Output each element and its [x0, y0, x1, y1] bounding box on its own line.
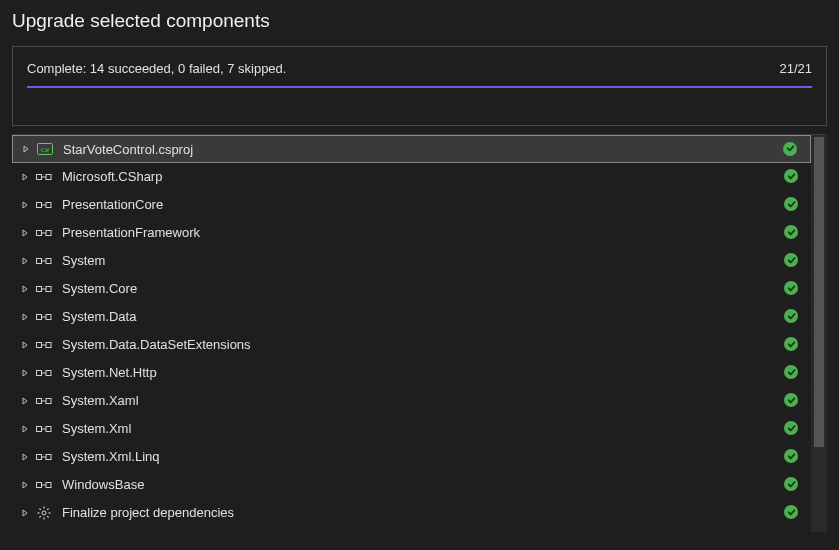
- list-item-label: PresentationCore: [62, 197, 784, 212]
- success-icon: [784, 449, 799, 464]
- list-item[interactable]: PresentationCore: [12, 191, 811, 219]
- svg-line-44: [47, 516, 48, 517]
- expander-icon[interactable]: [20, 228, 30, 238]
- list-item[interactable]: System.Core: [12, 275, 811, 303]
- expander-icon[interactable]: [20, 256, 30, 266]
- expander-icon[interactable]: [20, 368, 30, 378]
- ref-icon: [36, 338, 52, 352]
- svg-rect-34: [46, 454, 51, 459]
- svg-rect-4: [46, 174, 51, 179]
- list-item-label: System.Xaml: [62, 393, 784, 408]
- scrollbar[interactable]: [811, 135, 827, 532]
- success-icon: [784, 421, 799, 436]
- list-item[interactable]: PresentationFramework: [12, 219, 811, 247]
- expander-icon[interactable]: [20, 200, 30, 210]
- list-item-label: System.Core: [62, 281, 784, 296]
- list-item-label: Finalize project dependencies: [62, 505, 784, 520]
- ref-icon: [36, 394, 52, 408]
- scrollbar-thumb[interactable]: [814, 137, 824, 447]
- list-item[interactable]: System.Xml: [12, 415, 811, 443]
- list-item-label: WindowsBase: [62, 477, 784, 492]
- list-item[interactable]: System.Xml.Linq: [12, 443, 811, 471]
- list-item[interactable]: System.Net.Http: [12, 359, 811, 387]
- page-title: Upgrade selected components: [12, 10, 827, 32]
- expander-icon[interactable]: [20, 312, 30, 322]
- svg-rect-14: [37, 286, 42, 291]
- ref-icon: [36, 422, 52, 436]
- svg-rect-25: [46, 370, 51, 375]
- svg-rect-5: [37, 202, 42, 207]
- expander-icon[interactable]: [20, 508, 30, 518]
- ref-icon: [36, 282, 52, 296]
- expander-icon[interactable]: [20, 480, 30, 490]
- success-icon: [784, 337, 799, 352]
- svg-rect-28: [46, 398, 51, 403]
- list-item-label: StarVoteControl.csproj: [63, 142, 783, 157]
- svg-rect-10: [46, 230, 51, 235]
- list-item-label: Microsoft.CSharp: [62, 169, 784, 184]
- svg-text:C#: C#: [41, 146, 50, 154]
- expander-icon[interactable]: [20, 396, 30, 406]
- status-box: Complete: 14 succeeded, 0 failed, 7 skip…: [12, 46, 827, 126]
- status-text: Complete: 14 succeeded, 0 failed, 7 skip…: [27, 61, 286, 76]
- success-icon: [783, 142, 798, 157]
- list-item-label: System: [62, 253, 784, 268]
- expander-icon[interactable]: [20, 424, 30, 434]
- ref-icon: [36, 226, 52, 240]
- svg-rect-8: [37, 230, 42, 235]
- list-item[interactable]: System.Data: [12, 303, 811, 331]
- expander-icon[interactable]: [20, 452, 30, 462]
- ref-icon: [36, 450, 52, 464]
- list-item-label: PresentationFramework: [62, 225, 784, 240]
- svg-rect-7: [46, 202, 51, 207]
- svg-rect-35: [37, 482, 42, 487]
- success-icon: [784, 477, 799, 492]
- svg-rect-32: [37, 454, 42, 459]
- svg-point-38: [42, 511, 46, 515]
- ref-icon: [36, 170, 52, 184]
- svg-rect-2: [37, 174, 42, 179]
- svg-rect-26: [37, 398, 42, 403]
- success-icon: [784, 393, 799, 408]
- svg-rect-19: [46, 314, 51, 319]
- list-item[interactable]: C#StarVoteControl.csproj: [12, 135, 811, 163]
- expander-icon[interactable]: [20, 284, 30, 294]
- progress-bar: [27, 86, 812, 88]
- csproj-icon: C#: [37, 142, 53, 156]
- success-icon: [784, 225, 799, 240]
- svg-rect-37: [46, 482, 51, 487]
- expander-icon[interactable]: [20, 340, 30, 350]
- svg-rect-20: [37, 342, 42, 347]
- svg-rect-22: [46, 342, 51, 347]
- svg-line-45: [47, 508, 48, 509]
- ref-icon: [36, 478, 52, 492]
- list-item[interactable]: Finalize project dependencies: [12, 499, 811, 527]
- success-icon: [784, 169, 799, 184]
- list-item[interactable]: Microsoft.CSharp: [12, 163, 811, 191]
- success-icon: [784, 253, 799, 268]
- svg-rect-23: [37, 370, 42, 375]
- list-item[interactable]: WindowsBase: [12, 471, 811, 499]
- ref-icon: [36, 366, 52, 380]
- success-icon: [784, 197, 799, 212]
- svg-rect-16: [46, 286, 51, 291]
- list-item-label: System.Xml.Linq: [62, 449, 784, 464]
- list-item-label: System.Xml: [62, 421, 784, 436]
- list-item[interactable]: System.Xaml: [12, 387, 811, 415]
- success-icon: [784, 505, 799, 520]
- status-count: 21/21: [779, 61, 812, 76]
- svg-line-46: [39, 516, 40, 517]
- svg-rect-17: [37, 314, 42, 319]
- list-item-label: System.Data.DataSetExtensions: [62, 337, 784, 352]
- expander-icon[interactable]: [20, 172, 30, 182]
- list-item-label: System.Data: [62, 309, 784, 324]
- svg-rect-29: [37, 426, 42, 431]
- list-item[interactable]: System: [12, 247, 811, 275]
- ref-icon: [36, 254, 52, 268]
- success-icon: [784, 281, 799, 296]
- svg-rect-13: [46, 258, 51, 263]
- component-list: C#StarVoteControl.csprojMicrosoft.CSharp…: [12, 135, 811, 532]
- expander-icon[interactable]: [21, 144, 31, 154]
- list-item[interactable]: System.Data.DataSetExtensions: [12, 331, 811, 359]
- list-item-label: System.Net.Http: [62, 365, 784, 380]
